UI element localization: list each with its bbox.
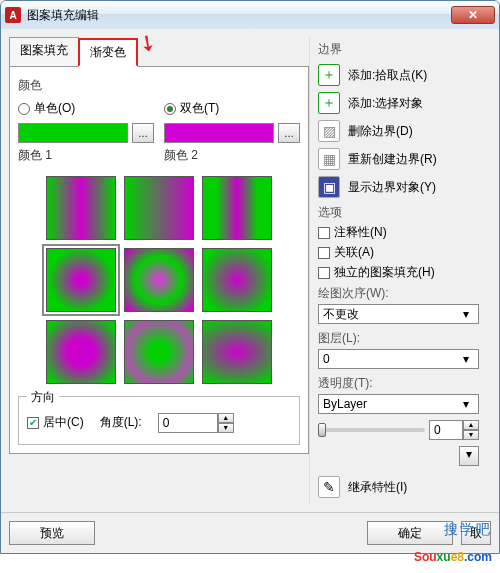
gradient-preset-3[interactable] <box>202 176 272 240</box>
select-value: ByLayer <box>323 397 367 411</box>
right-panel: 边界 ＋ 添加:拾取点(K) ＋ 添加:选择对象 ▨ 删除边界(D) ▦ 重新创… <box>309 37 479 504</box>
select-value: 0 <box>323 352 330 366</box>
opt-label: 关联(A) <box>334 244 374 261</box>
close-button[interactable]: ✕ <box>451 6 495 24</box>
titlebar[interactable]: A 图案填充编辑 ✕ <box>1 1 499 29</box>
color1-label: 颜色 1 <box>18 147 154 164</box>
show-icon: ▣ <box>318 176 340 198</box>
center-checkbox[interactable]: 居中(C) <box>27 414 84 431</box>
spin-down-icon[interactable]: ▼ <box>463 430 479 440</box>
slider-thumb[interactable] <box>318 423 326 437</box>
color1-picker-button[interactable]: … <box>132 123 154 143</box>
remove-icon: ▨ <box>318 120 340 142</box>
checkbox-icon <box>318 247 330 259</box>
btn-label: 添加:拾取点(K) <box>348 67 427 84</box>
left-panel: 图案填充 渐变色 颜色 单色(O) … 颜色 1 <box>9 37 309 504</box>
transparency-select[interactable]: ByLayer ▾ <box>318 394 479 414</box>
preview-button[interactable]: 预览 <box>9 521 95 545</box>
btn-label: 添加:选择对象 <box>348 95 423 112</box>
transparency-label: 透明度(T): <box>318 375 479 392</box>
checkbox-icon <box>27 417 39 429</box>
tab-bar: 图案填充 渐变色 <box>9 37 309 67</box>
tab-pattern-fill[interactable]: 图案填充 <box>9 37 79 66</box>
center-label: 居中(C) <box>43 414 84 431</box>
watermark-en: Souxue8.com <box>414 539 492 567</box>
angle-label: 角度(L): <box>100 414 142 431</box>
dialog-window: A 图案填充编辑 ✕ ➘ 图案填充 渐变色 颜色 单色(O) <box>0 0 500 554</box>
annotative-checkbox[interactable]: 注释性(N) <box>318 224 479 241</box>
checkbox-icon <box>318 227 330 239</box>
plus-icon: ＋ <box>318 92 340 114</box>
radio-label: 单色(O) <box>34 100 75 117</box>
btn-label: 显示边界对象(Y) <box>348 179 436 196</box>
transparency-input[interactable] <box>429 420 463 440</box>
plus-icon: ＋ <box>318 64 340 86</box>
spin-up-icon[interactable]: ▲ <box>218 413 234 423</box>
gradient-preset-6[interactable] <box>202 248 272 312</box>
window-title: 图案填充编辑 <box>27 7 451 24</box>
tab-gradient[interactable]: 渐变色 <box>78 38 138 67</box>
color2-label: 颜色 2 <box>164 147 300 164</box>
expand-button[interactable]: ▾ <box>459 446 479 466</box>
angle-input[interactable] <box>158 413 218 433</box>
angle-spinner[interactable]: ▲ ▼ <box>158 413 234 433</box>
radio-two-color[interactable]: 双色(T) <box>164 100 300 117</box>
gradient-preset-4[interactable] <box>46 248 116 312</box>
boundary-title: 边界 <box>318 41 479 58</box>
recreate-icon: ▦ <box>318 148 340 170</box>
draworder-label: 绘图次序(W): <box>318 285 479 302</box>
opt-label: 注释性(N) <box>334 224 387 241</box>
add-pickpoints-button[interactable]: ＋ 添加:拾取点(K) <box>318 64 479 86</box>
radio-label: 双色(T) <box>180 100 219 117</box>
color-group-label: 颜色 <box>18 77 300 94</box>
gradient-preset-2[interactable] <box>124 176 194 240</box>
gradient-preset-5[interactable] <box>124 248 194 312</box>
chevron-down-icon: ▾ <box>458 352 474 366</box>
direction-label: 方向 <box>27 389 59 406</box>
app-icon: A <box>5 7 21 23</box>
add-select-button[interactable]: ＋ 添加:选择对象 <box>318 92 479 114</box>
inherit-icon: ✎ <box>318 476 340 498</box>
dialog-body: 图案填充 渐变色 颜色 单色(O) … 颜色 1 <box>1 29 499 512</box>
watermark: 搜学吧 Souxue8.com <box>414 521 492 567</box>
btn-label: 删除边界(D) <box>348 123 413 140</box>
remove-boundary-button[interactable]: ▨ 删除边界(D) <box>318 120 479 142</box>
gradient-preset-grid <box>46 176 272 384</box>
recreate-boundary-button[interactable]: ▦ 重新创建边界(R) <box>318 148 479 170</box>
layer-label: 图层(L): <box>318 330 479 347</box>
color1-swatch[interactable] <box>18 123 128 143</box>
gradient-preset-7[interactable] <box>46 320 116 384</box>
associative-checkbox[interactable]: 关联(A) <box>318 244 479 261</box>
btn-label: 重新创建边界(R) <box>348 151 437 168</box>
watermark-cn: 搜学吧 <box>414 521 492 539</box>
show-boundary-button[interactable]: ▣ 显示边界对象(Y) <box>318 176 479 198</box>
color2-swatch[interactable] <box>164 123 274 143</box>
transparency-spinner[interactable]: ▲▼ <box>429 420 479 440</box>
chevron-down-icon: ▾ <box>458 397 474 411</box>
chevron-down-icon: ▾ <box>458 307 474 321</box>
gradient-preset-8[interactable] <box>124 320 194 384</box>
checkbox-icon <box>318 267 330 279</box>
radio-icon <box>164 103 176 115</box>
options-title: 选项 <box>318 204 479 221</box>
direction-group: 方向 居中(C) 角度(L): ▲ ▼ <box>18 396 300 445</box>
gradient-preset-1[interactable] <box>46 176 116 240</box>
layer-select[interactable]: 0 ▾ <box>318 349 479 369</box>
color2-picker-button[interactable]: … <box>278 123 300 143</box>
spin-down-icon[interactable]: ▼ <box>218 423 234 433</box>
draworder-select[interactable]: 不更改 ▾ <box>318 304 479 324</box>
opt-label: 独立的图案填充(H) <box>334 264 435 281</box>
independent-checkbox[interactable]: 独立的图案填充(H) <box>318 264 479 281</box>
radio-single-color[interactable]: 单色(O) <box>18 100 154 117</box>
radio-icon <box>18 103 30 115</box>
transparency-slider[interactable] <box>318 428 425 432</box>
btn-label: 继承特性(I) <box>348 479 407 496</box>
spin-up-icon[interactable]: ▲ <box>463 420 479 430</box>
select-value: 不更改 <box>323 306 359 323</box>
gradient-panel: 颜色 单色(O) … 颜色 1 <box>9 67 309 454</box>
gradient-preset-9[interactable] <box>202 320 272 384</box>
inherit-properties-button[interactable]: ✎ 继承特性(I) <box>318 476 479 498</box>
